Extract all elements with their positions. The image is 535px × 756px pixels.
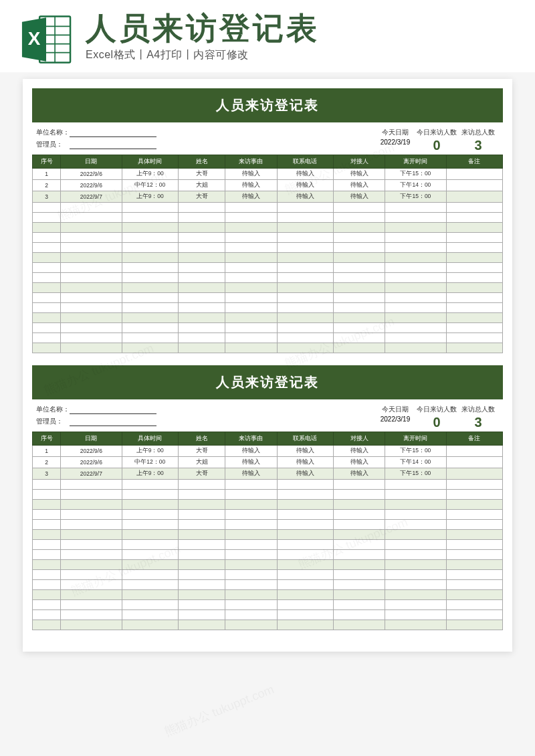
table-cell[interactable]: 待输入 bbox=[277, 191, 333, 203]
table-cell[interactable] bbox=[61, 590, 122, 600]
table-cell[interactable] bbox=[333, 313, 385, 323]
table-cell[interactable] bbox=[33, 233, 61, 243]
table-cell[interactable] bbox=[385, 333, 446, 343]
table-cell[interactable] bbox=[385, 600, 446, 610]
table-cell[interactable] bbox=[333, 223, 385, 233]
table-cell[interactable] bbox=[446, 550, 502, 560]
table-cell[interactable]: 中午12：00 bbox=[122, 180, 178, 191]
table-cell[interactable]: 上午9：00 bbox=[122, 446, 178, 457]
table-cell[interactable] bbox=[33, 303, 61, 313]
table-cell[interactable] bbox=[122, 610, 178, 620]
table-cell[interactable]: 待输入 bbox=[333, 446, 385, 457]
table-cell[interactable] bbox=[178, 560, 225, 570]
table-cell[interactable] bbox=[446, 343, 502, 353]
table-cell[interactable] bbox=[385, 570, 446, 580]
table-cell[interactable] bbox=[385, 243, 446, 253]
table-cell[interactable] bbox=[446, 223, 502, 233]
table-cell[interactable] bbox=[446, 520, 502, 530]
table-cell[interactable] bbox=[33, 520, 61, 530]
table-cell[interactable] bbox=[333, 263, 385, 273]
table-cell[interactable] bbox=[33, 550, 61, 560]
table-cell[interactable] bbox=[385, 203, 446, 213]
table-cell[interactable] bbox=[225, 223, 277, 233]
table-cell[interactable]: 2022/9/7 bbox=[61, 468, 122, 480]
table-cell[interactable] bbox=[385, 550, 446, 560]
table-cell[interactable] bbox=[333, 500, 385, 510]
table-cell[interactable] bbox=[446, 457, 502, 468]
table-cell[interactable] bbox=[33, 293, 61, 303]
table-cell[interactable] bbox=[446, 253, 502, 263]
table-cell[interactable] bbox=[61, 560, 122, 570]
table-cell[interactable] bbox=[333, 480, 385, 490]
table-cell[interactable] bbox=[122, 560, 178, 570]
table-cell[interactable] bbox=[225, 560, 277, 570]
table-cell[interactable] bbox=[225, 253, 277, 263]
table-cell[interactable] bbox=[446, 180, 502, 191]
table-cell[interactable]: 待输入 bbox=[333, 191, 385, 203]
table-cell[interactable] bbox=[225, 293, 277, 303]
table-cell[interactable] bbox=[61, 253, 122, 263]
table-cell[interactable] bbox=[277, 223, 333, 233]
table-cell[interactable] bbox=[122, 500, 178, 510]
table-cell[interactable] bbox=[446, 580, 502, 590]
table-cell[interactable] bbox=[225, 500, 277, 510]
table-cell[interactable] bbox=[122, 303, 178, 313]
table-cell[interactable] bbox=[385, 530, 446, 540]
table-cell[interactable] bbox=[225, 530, 277, 540]
table-cell[interactable] bbox=[61, 570, 122, 580]
table-cell[interactable] bbox=[225, 233, 277, 243]
table-cell[interactable] bbox=[385, 510, 446, 520]
table-cell[interactable]: 待输入 bbox=[225, 191, 277, 203]
table-cell[interactable] bbox=[333, 610, 385, 620]
table-cell[interactable]: 待输入 bbox=[333, 169, 385, 180]
table-cell[interactable] bbox=[122, 323, 178, 333]
table-cell[interactable] bbox=[122, 233, 178, 243]
table-cell[interactable] bbox=[122, 243, 178, 253]
table-cell[interactable]: 2022/9/6 bbox=[61, 446, 122, 457]
table-cell[interactable] bbox=[385, 313, 446, 323]
table-cell[interactable] bbox=[33, 283, 61, 293]
table-cell[interactable] bbox=[33, 620, 61, 630]
table-cell[interactable] bbox=[178, 620, 225, 630]
table-cell[interactable] bbox=[277, 620, 333, 630]
table-cell[interactable] bbox=[333, 283, 385, 293]
table-cell[interactable]: 上午9：00 bbox=[122, 191, 178, 203]
table-cell[interactable] bbox=[178, 253, 225, 263]
table-cell[interactable]: 待输入 bbox=[277, 180, 333, 191]
table-cell[interactable] bbox=[61, 273, 122, 283]
table-cell[interactable] bbox=[122, 620, 178, 630]
table-cell[interactable] bbox=[446, 169, 502, 180]
table-cell[interactable] bbox=[385, 323, 446, 333]
table-cell[interactable] bbox=[277, 600, 333, 610]
table-cell[interactable] bbox=[122, 570, 178, 580]
table-cell[interactable] bbox=[61, 480, 122, 490]
table-cell[interactable] bbox=[277, 253, 333, 263]
table-cell[interactable] bbox=[385, 293, 446, 303]
table-cell[interactable] bbox=[178, 333, 225, 343]
table-cell[interactable] bbox=[225, 313, 277, 323]
table-cell[interactable] bbox=[277, 570, 333, 580]
table-cell[interactable]: 2 bbox=[33, 457, 61, 468]
table-cell[interactable] bbox=[61, 233, 122, 243]
table-cell[interactable] bbox=[178, 233, 225, 243]
table-cell[interactable] bbox=[33, 560, 61, 570]
table-cell[interactable]: 3 bbox=[33, 191, 61, 203]
table-cell[interactable] bbox=[385, 233, 446, 243]
table-cell[interactable] bbox=[385, 590, 446, 600]
table-cell[interactable] bbox=[33, 243, 61, 253]
table-cell[interactable] bbox=[225, 343, 277, 353]
table-cell[interactable]: 大哥 bbox=[178, 468, 225, 480]
table-cell[interactable] bbox=[446, 468, 502, 480]
table-cell[interactable] bbox=[385, 223, 446, 233]
table-cell[interactable] bbox=[277, 313, 333, 323]
table-cell[interactable] bbox=[178, 480, 225, 490]
table-cell[interactable] bbox=[61, 203, 122, 213]
table-cell[interactable] bbox=[277, 610, 333, 620]
table-cell[interactable] bbox=[225, 610, 277, 620]
table-cell[interactable] bbox=[225, 540, 277, 550]
table-cell[interactable] bbox=[122, 253, 178, 263]
table-cell[interactable] bbox=[446, 313, 502, 323]
table-cell[interactable]: 3 bbox=[33, 468, 61, 480]
table-cell[interactable] bbox=[333, 490, 385, 500]
table-cell[interactable] bbox=[385, 253, 446, 263]
